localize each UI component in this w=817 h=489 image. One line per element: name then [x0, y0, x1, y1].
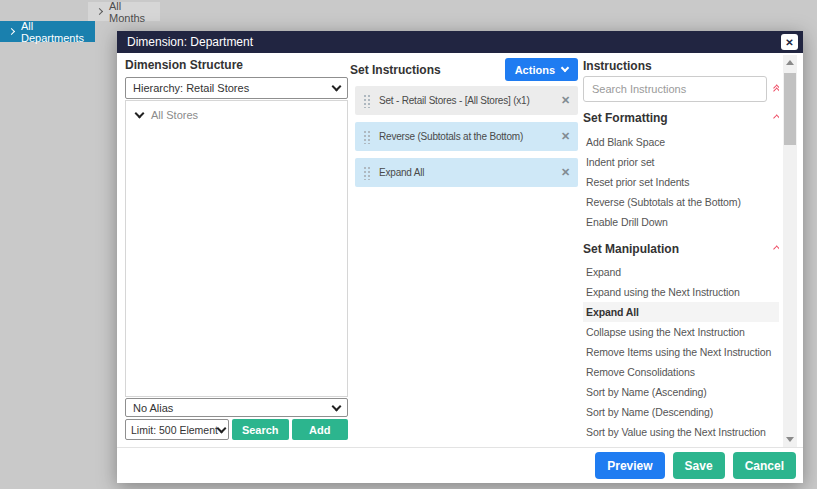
instruction-item-selected[interactable]: Expand All [583, 302, 779, 322]
collapse-all-icon[interactable] [774, 85, 779, 94]
close-icon[interactable]: ✕ [781, 34, 798, 50]
actions-button-label: Actions [515, 64, 555, 76]
dialog-title: Dimension: Department [127, 35, 253, 49]
instruction-card-list: Set - Retail Stores - [All Stores] (x1) … [350, 86, 578, 187]
instruction-item[interactable]: Reset prior set Indents [583, 172, 779, 192]
chevron-right-icon [96, 8, 103, 15]
actions-button[interactable]: Actions [505, 58, 578, 81]
chevron-down-icon [135, 109, 145, 119]
instructions-heading: Instructions [583, 59, 779, 73]
tree-item-label: All Stores [151, 109, 198, 121]
drag-handle-icon[interactable] [363, 130, 370, 144]
set-instructions-panel: Set Instructions Actions Set - Retail St… [350, 58, 578, 194]
tree-item-all-stores[interactable]: All Stores [126, 109, 347, 121]
chevron-down-icon [217, 423, 227, 433]
tab-label: All Departments [21, 20, 95, 44]
scroll-down-icon[interactable] [786, 437, 794, 442]
add-button[interactable]: Add [292, 419, 349, 440]
section-title: Set Formatting [583, 111, 668, 125]
dimension-dialog: Dimension: Department ✕ Dimension Struct… [117, 31, 803, 483]
section-set-formatting[interactable]: Set Formatting [583, 111, 779, 125]
section-title: Set Manipulation [583, 242, 679, 256]
instruction-card-label: Set - Retail Stores - [All Stores] (x1) [379, 95, 557, 106]
preview-button[interactable]: Preview [595, 452, 664, 479]
drag-handle-icon[interactable] [363, 94, 370, 108]
tab-label: All Months [109, 0, 160, 24]
limit-row: Limit: 500 Element Search Add [125, 419, 348, 440]
chevron-down-icon [332, 82, 342, 92]
cancel-button[interactable]: Cancel [733, 452, 796, 479]
search-button[interactable]: Search [232, 419, 289, 440]
instruction-item[interactable]: Indent prior set [583, 152, 779, 172]
save-button[interactable]: Save [673, 452, 725, 479]
dialog-titlebar: Dimension: Department [117, 31, 803, 53]
instruction-card[interactable]: Expand All ✕ [355, 158, 578, 187]
remove-icon[interactable]: ✕ [557, 130, 570, 143]
instruction-item[interactable]: Sort by Name (Ascending) [583, 382, 779, 402]
remove-icon[interactable]: ✕ [557, 166, 570, 179]
dimension-structure-heading: Dimension Structure [125, 58, 348, 72]
instructions-panel: Instructions Set Formatting Add Blank Sp… [583, 59, 779, 447]
instruction-item[interactable]: Expand using the Next Instruction [583, 282, 779, 302]
scroll-up-icon[interactable] [786, 60, 794, 65]
instruction-item[interactable]: Remove Items using the Next Instruction [583, 342, 779, 362]
set-instructions-heading: Set Instructions [350, 63, 441, 77]
instruction-item[interactable]: Sort by Name (Descending) [583, 402, 779, 422]
instruction-item[interactable]: Add Blank Space [583, 132, 779, 152]
instruction-item[interactable]: Expand [583, 262, 779, 282]
alias-select[interactable]: No Alias [125, 398, 348, 417]
chevron-up-icon [773, 114, 779, 122]
instruction-item[interactable]: Sort by Value using the Next Instruction [583, 422, 779, 442]
chevron-right-icon [8, 28, 15, 35]
dimension-structure-panel: Dimension Structure Hierarchy: Retail St… [125, 58, 348, 440]
alias-select-value: No Alias [133, 402, 173, 414]
instruction-item[interactable]: Enable Drill Down [583, 212, 779, 232]
instruction-item[interactable]: Reverse (Subtotals at the Bottom) [583, 192, 779, 212]
section-set-manipulation[interactable]: Set Manipulation [583, 242, 779, 256]
search-instructions-input[interactable] [583, 76, 767, 102]
dialog-footer: Preview Save Cancel [117, 447, 803, 483]
instruction-card[interactable]: Reverse (Subtotals at the Bottom) ✕ [355, 122, 578, 151]
limit-select-value: Limit: 500 Element [131, 424, 218, 436]
hierarchy-select[interactable]: Hierarchy: Retail Stores [125, 77, 348, 99]
scrollbar-thumb[interactable] [784, 73, 796, 145]
limit-select[interactable]: Limit: 500 Element [125, 419, 229, 440]
vertical-scrollbar[interactable] [783, 55, 797, 447]
tab-all-departments[interactable]: All Departments [0, 21, 95, 42]
chevron-up-icon [773, 245, 779, 253]
instruction-item[interactable]: Remove Consolidations [583, 362, 779, 382]
tab-all-months[interactable]: All Months [88, 2, 160, 21]
drag-handle-icon[interactable] [363, 166, 370, 180]
instruction-card-label: Reverse (Subtotals at the Bottom) [379, 131, 557, 142]
element-tree: All Stores [125, 100, 348, 397]
chevron-down-icon [561, 64, 569, 72]
instruction-card[interactable]: Set - Retail Stores - [All Stores] (x1) … [355, 86, 578, 115]
hierarchy-select-value: Hierarchy: Retail Stores [133, 82, 249, 94]
instruction-card-label: Expand All [379, 167, 557, 178]
remove-icon[interactable]: ✕ [557, 94, 570, 107]
chevron-down-icon [332, 401, 342, 411]
instruction-item[interactable]: Collapse using the Next Instruction [583, 322, 779, 342]
